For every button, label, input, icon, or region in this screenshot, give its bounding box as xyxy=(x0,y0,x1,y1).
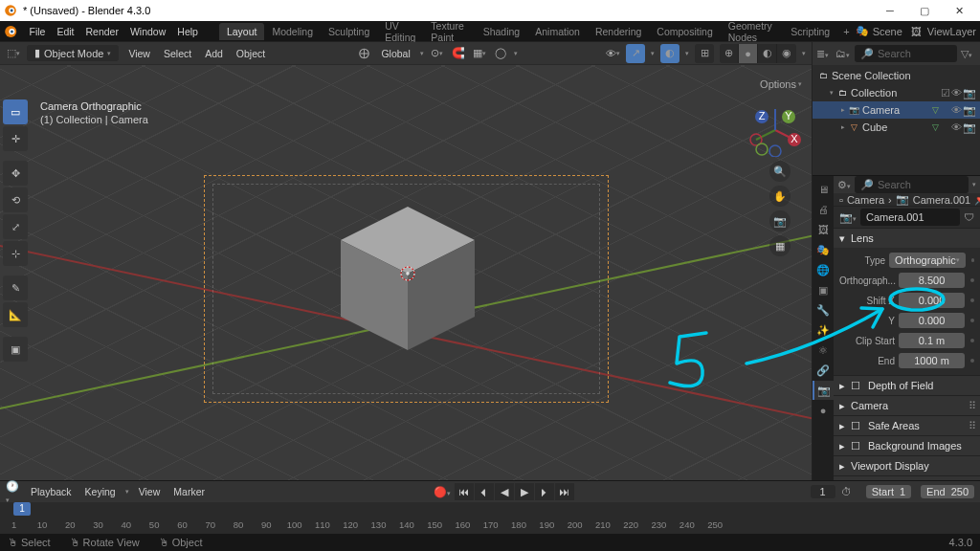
outliner-search[interactable]: 🔎Search xyxy=(855,45,957,62)
keyframe-next-button[interactable]: ⏵ xyxy=(535,483,554,500)
render-icon[interactable]: 📷 xyxy=(963,87,976,99)
camera-panel-header[interactable]: ▸Camera⠿ xyxy=(834,396,980,415)
clip-end-field[interactable]: 1000 m xyxy=(899,353,965,368)
prop-tab-scene[interactable]: 🎭 xyxy=(813,240,834,259)
shift-y-field[interactable]: 0.000 xyxy=(899,313,965,328)
expand-icon[interactable]: ▸ xyxy=(841,123,845,131)
timeline-menu-view[interactable]: View xyxy=(135,486,165,497)
prop-tab-object[interactable]: ▣ xyxy=(813,280,834,299)
ortho-scale-field[interactable]: 8.500 xyxy=(899,273,965,288)
outliner-scene-collection[interactable]: 🗀 Scene Collection xyxy=(813,67,980,84)
tab-layout[interactable]: Layout xyxy=(219,23,265,40)
outliner-view-icon[interactable]: 🗂▾ xyxy=(835,48,851,59)
window-maximize-button[interactable]: ▢ xyxy=(907,0,942,21)
nav-pan[interactable]: ✋ xyxy=(769,186,791,207)
tool-cursor[interactable]: ✛ xyxy=(3,126,28,151)
tab-rendering[interactable]: Rendering xyxy=(588,23,649,40)
scene-selector[interactable]: 🎭 Scene xyxy=(856,25,902,38)
bgimages-panel-header[interactable]: ▸☐Background Images xyxy=(834,436,980,455)
prop-tab-viewlayer[interactable]: 🖼 xyxy=(813,220,834,239)
dof-panel-header[interactable]: ▸☐Depth of Field xyxy=(834,376,980,395)
proportional-icon[interactable]: ◯ xyxy=(493,46,508,61)
breadcrumb-object[interactable]: Camera xyxy=(847,194,884,206)
clip-start-field[interactable]: 0.1 m xyxy=(899,333,965,348)
shading-rendered[interactable]: ◉ xyxy=(777,44,796,63)
cube-object[interactable] xyxy=(341,207,494,360)
viewport-options[interactable]: Options ▾ xyxy=(760,78,802,90)
datablock-name-field[interactable]: Camera.001 xyxy=(860,209,960,226)
breadcrumb-data[interactable]: Camera.001 xyxy=(913,194,971,206)
mode-dropdown[interactable]: ▮ Object Mode ▾ xyxy=(27,45,119,61)
prop-tab-particles[interactable]: ✨ xyxy=(813,320,834,340)
menu-edit[interactable]: Edit xyxy=(51,26,79,37)
tab-geometry-nodes[interactable]: Geometry Nodes xyxy=(721,17,784,46)
menu-file[interactable]: File xyxy=(23,26,51,37)
viewport-3d[interactable]: Options ▾ Camera Orthographic (1) Collec… xyxy=(0,65,812,480)
tab-uv-editing[interactable]: UV Editing xyxy=(377,17,423,46)
menu-help[interactable]: Help xyxy=(171,26,204,37)
viewlayer-selector[interactable]: 🖼 ViewLayer xyxy=(910,25,976,38)
shading-solid[interactable]: ● xyxy=(739,44,758,63)
prop-tab-constraints[interactable]: 🔗 xyxy=(813,361,834,380)
tab-add-button[interactable]: + xyxy=(837,26,855,37)
checkbox-icon[interactable]: ☑ xyxy=(941,87,950,99)
prop-tab-physics[interactable]: ⚛ xyxy=(813,341,834,360)
render-icon[interactable]: 📷 xyxy=(963,104,976,117)
visibility-icon[interactable]: 👁▾ xyxy=(605,46,620,61)
tab-texture-paint[interactable]: Texture Paint xyxy=(423,17,475,46)
outliner-filter-icon[interactable]: ▽▾ xyxy=(961,48,976,60)
timeline-editor-icon[interactable]: 🕐▾ xyxy=(6,480,21,504)
tab-animation[interactable]: Animation xyxy=(527,23,588,40)
timeline-scrub-area[interactable]: 1 11020304050607080901001101201301401501… xyxy=(0,502,980,534)
xray-toggle[interactable]: ⊞ xyxy=(695,44,714,63)
start-frame-field[interactable]: Start1 xyxy=(866,485,911,498)
keyframe-prev-button[interactable]: ⏴ xyxy=(475,483,494,500)
tool-move[interactable]: ✥ xyxy=(3,161,28,186)
transform-orientation[interactable]: Global xyxy=(377,48,413,59)
snap-icon[interactable]: 🧲 xyxy=(451,46,466,61)
jump-end-button[interactable]: ⏭ xyxy=(555,483,574,500)
properties-search[interactable]: 🔎Search xyxy=(855,176,969,193)
expand-icon[interactable]: ▸ xyxy=(841,106,845,114)
tab-modeling[interactable]: Modeling xyxy=(264,23,321,40)
viewportdisplay-panel-header[interactable]: ▸Viewport Display xyxy=(834,456,980,475)
editor-type-icon[interactable]: ⬚▾ xyxy=(6,46,21,61)
tool-measure[interactable]: 📐 xyxy=(3,302,28,327)
animation-panel-header[interactable]: ▸Animation xyxy=(834,476,980,480)
fake-user-icon[interactable]: 🛡 xyxy=(964,211,974,223)
menu-window[interactable]: Window xyxy=(124,26,171,37)
safeareas-panel-header[interactable]: ▸☐Safe Areas⠿ xyxy=(834,416,980,435)
snap-target-icon[interactable]: ▦▾ xyxy=(472,46,487,61)
viewport-menu-add[interactable]: Add xyxy=(201,48,227,59)
eye-icon[interactable]: 👁 xyxy=(951,104,962,117)
eye-icon[interactable]: 👁 xyxy=(951,121,962,134)
camera-datablock-icon[interactable]: 📷▾ xyxy=(839,211,857,224)
play-reverse-button[interactable]: ◀ xyxy=(495,483,514,500)
prop-tab-output[interactable]: 🖨 xyxy=(813,200,834,219)
preview-range-icon[interactable]: ⏱ xyxy=(841,486,857,497)
nav-camera[interactable]: 📷 xyxy=(769,210,791,231)
timeline-menu-keying[interactable]: Keying xyxy=(81,486,120,497)
render-icon[interactable]: 📷 xyxy=(963,121,976,134)
pin-icon[interactable]: 📌 xyxy=(974,193,980,206)
tool-select-box[interactable]: ▭ xyxy=(3,99,28,124)
outliner-collection[interactable]: ▾ 🗀 Collection ☑👁📷 xyxy=(813,84,980,101)
tab-sculpting[interactable]: Sculpting xyxy=(321,23,377,40)
current-frame-field[interactable]: 1 xyxy=(811,485,835,498)
prop-tab-data-camera[interactable]: 📷 xyxy=(813,381,834,400)
tool-scale[interactable]: ⤢ xyxy=(3,214,28,239)
nav-zoom[interactable]: 🔍 xyxy=(769,161,791,182)
menu-render[interactable]: Render xyxy=(79,26,123,37)
shading-wireframe[interactable]: ⊕ xyxy=(720,44,739,63)
overlay-toggle[interactable]: ◐ xyxy=(660,44,679,63)
tab-shading[interactable]: Shading xyxy=(476,23,528,40)
end-frame-field[interactable]: End250 xyxy=(921,485,974,498)
autokey-icon[interactable]: 🔴▾ xyxy=(434,486,449,498)
shift-x-field[interactable]: 0.000 xyxy=(899,293,965,308)
prop-tab-render[interactable]: 🖥 xyxy=(813,180,834,199)
play-button[interactable]: ▶ xyxy=(515,483,534,500)
viewport-menu-object[interactable]: Object xyxy=(233,48,269,59)
tool-add-cube[interactable]: ▣ xyxy=(3,337,28,362)
window-minimize-button[interactable]: ─ xyxy=(873,0,907,21)
gizmo-toggle[interactable]: ↗ xyxy=(626,44,645,63)
